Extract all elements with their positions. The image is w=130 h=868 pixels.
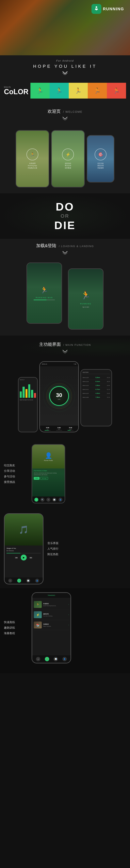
nav-profile[interactable]: 👤 [59,498,62,502]
training-arrow-1: › [68,603,69,605]
do-text: DO [4,201,126,212]
nav-add[interactable]: + [46,498,51,502]
music-nav-bar: ⌂ 🎵 📊 👤 [4,578,43,584]
nav-home[interactable]: ⌂ [34,498,38,502]
list-time-6: 37:55 [107,397,110,398]
list-date-1: 2014.11.20 [83,377,89,378]
training-item-1[interactable]: 🏃 快速跑练 Quick Running Exercise › [34,599,69,610]
color-swatch-2: 🏃 [50,83,69,98]
left-screen: WEEKLY MON TUE WED THU FRI SAT [19,378,37,432]
main-function-header: 主功能界面 / MAIN FUNCTION [4,341,126,347]
stat-bar-3 [68,430,73,431]
music-nav-3[interactable]: 📊 [26,579,30,583]
list-time-3: 18:45 [107,385,110,386]
training-thumb-3: 📚 [34,622,42,628]
loading-cn: 加载&登陆 [36,243,57,248]
music-nav-2[interactable]: 🎵 [17,579,21,583]
loading-text: RUNNING [80,303,91,305]
list-time-2: 38:20 [107,381,110,382]
music-nav-4[interactable]: 👤 [35,579,39,583]
social-section: 结交跑友 分享活动 参与活动 接受挑战 👤 Runner Profile Fin… [0,438,130,509]
list-header: HISTORY [83,372,110,374]
runner-icon-1: 🏃 [37,88,43,94]
social-nav-bar: ⌂ 🔍 + 📊 👤 [32,497,65,503]
social-screen: 👤 Runner Profile Find friends on Share J… [32,445,65,503]
welcome-circle-3: 🎯 [95,149,106,160]
training-item-3[interactable]: 📚 海量教程 Mass Tutorials › [34,620,69,630]
follow-button[interactable]: Follow [34,477,39,480]
training-nav-3[interactable]: 📊 [54,657,58,661]
loading-en: / LOADING & LANDING [59,245,94,248]
bar-4 [28,384,30,398]
app-header: MON 24 7:30 [40,362,78,366]
social-item-3: 参与活动 [4,475,28,478]
platform-label: For Android [0,59,130,62]
stat-pace: 5:30 pace [68,427,73,431]
training-item-2[interactable]: ⚡ 趣跑训练 Fun Run Training › [34,610,69,620]
hero-figure [0,0,130,55]
social-item-2: 分享活动 [4,469,28,473]
training-thumb-1: 🏃 [34,601,42,608]
list-time-1: 25:30 [107,377,110,378]
training-desc-3: Mass Tutorials [43,626,67,627]
music-nav-1[interactable]: ⌂ [8,579,12,583]
person-placeholder: 👤 Runner Profile [44,452,53,461]
list-dist-6: 7.9km [95,396,100,398]
stat-time-value: 0:00 [58,427,61,429]
bar-3 [26,389,28,398]
music-label-2: 人气排行 [47,547,59,551]
list-dist-4: 6.7km [95,389,100,390]
welcome-section: 欢迎页 / WELCOME [0,102,130,128]
welcome-phone-3: 🎯 设定目标挑战自我突破极限 [87,135,115,183]
main-phone-center: MON 24 7:30 30 min 5:00 km [39,361,79,432]
person-name: Runner Profile [44,460,53,461]
training-nav-1[interactable]: ⌂ [36,657,40,661]
training-nav: ⌂ 🏃 📊 👤 [32,655,70,663]
runner-icon-3: 🏃 [75,88,82,94]
main-app-screen: MON 24 7:30 30 min 5:00 km [40,362,78,432]
bar-6 [34,393,36,398]
nav-stats[interactable]: 📊 [52,498,56,502]
social-labels: 结交跑友 分享活动 参与活动 接受挑战 [4,444,28,503]
nav-search[interactable]: 🔍 [40,498,44,502]
bar-5 [31,390,33,398]
music-section: 🎵 Shape of You Ed Sheeran ⏮ ▶ ⏭ ⌂ 🎵 [0,509,130,588]
stat-time: 0:00 time [56,427,62,431]
music-album-art: 🎵 [4,514,43,546]
music-progress-fill [6,553,20,553]
stat-distance: 5:00 km [45,427,51,431]
welcome-en: / WELCOME [63,110,83,113]
chevron-down-icon [0,71,130,78]
prev-button[interactable]: ⏮ [15,556,18,559]
outer-ring-2 [46,383,72,409]
welcome-circle-1: 🏃 [27,149,38,160]
training-nav-4[interactable]: 👤 [62,657,67,661]
welcome-phone-2: ⚡ 追踪你的每次运动实时数据 [51,130,85,187]
welcome-text-1: 欢迎使用Running App开始跑步之旅 [28,162,37,169]
training-section: 快速跑练 趣跑训练 海量教程 TRAINING 🏃 快速跑练 Quick Run… [0,588,130,668]
next-button[interactable]: ⏭ [30,556,32,559]
loading-app-name: RUNNING MAN [36,297,53,299]
music-label-3: 附近热歌 [47,553,59,556]
hero-section: RUNNING [0,0,130,55]
play-button[interactable]: ▶ [21,555,27,560]
message-button[interactable]: Message [40,477,48,480]
stat-pace-label: pace [69,429,72,430]
color-label: MAIN CoLOR [4,86,28,95]
training-list: 🏃 快速跑练 Quick Running Exercise › ⚡ 趣跑训练 F… [32,598,70,655]
app-header-date: MON 24 [42,363,47,365]
stat-dist-label: km [47,429,48,430]
list-item-4: 2014.11.12 6.7km 31:10 [83,388,110,392]
welcome-cn: 欢迎页 [47,109,61,114]
list-item-5: 2014.11.10 4.3km 22:05 [83,392,110,395]
stat-dist-value: 5:00 [46,427,49,429]
section-divider-1 [4,116,126,120]
music-screen: 🎵 Shape of You Ed Sheeran ⏮ ▶ ⏭ ⌂ 🎵 [4,514,43,584]
main-color-section: MAIN CoLOR 🏃 🏃 🏃 🏃 🏃 [0,80,130,102]
bar-chart [20,382,36,398]
music-content: Shape of You Ed Sheeran ⏮ ▶ ⏭ [4,546,43,578]
welcome-phone-1: 🏃 欢迎使用Running App开始跑步之旅 [15,130,49,187]
training-nav-2[interactable]: 🏃 [45,657,49,661]
bar-labels: MON TUE WED THU FRI SAT [20,399,36,401]
app-header-time: 7:30 [73,363,76,365]
